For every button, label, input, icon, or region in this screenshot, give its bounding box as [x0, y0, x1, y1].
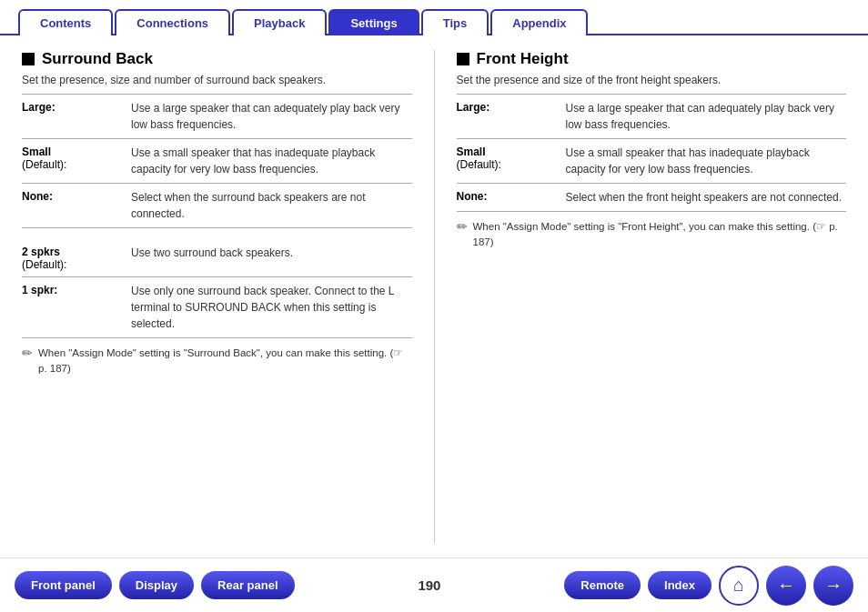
back-button[interactable]: ←: [766, 566, 806, 606]
footer-left: Front panel Display Rear panel: [15, 571, 295, 599]
footer-right: Remote Index ⌂ ← →: [564, 566, 853, 606]
row-label: None:: [457, 189, 557, 206]
front-height-title: Front Height: [457, 50, 847, 68]
rear-panel-button[interactable]: Rear panel: [201, 571, 294, 599]
row-desc: Use a large speaker that can adequately …: [566, 100, 847, 133]
front-height-note-text: When "Assign Mode" setting is "Front Hei…: [473, 219, 847, 251]
row-label: Large:: [457, 100, 557, 133]
surround-back-note-text: When "Assign Mode" setting is "Surround …: [38, 346, 412, 377]
table-row-spacer: [22, 228, 412, 239]
page-number: 190: [418, 577, 440, 593]
table-row: 1 spkr:Use only one surround back speake…: [22, 277, 412, 338]
front-height-note: ✏ When "Assign Mode" setting is "Front H…: [457, 219, 847, 251]
row-desc: Use a small speaker that has inadequate …: [566, 145, 847, 177]
pencil-icon-right: ✏: [457, 219, 468, 234]
front-panel-button[interactable]: Front panel: [15, 571, 112, 599]
row-desc: Use a large speaker that can adequately …: [131, 100, 412, 133]
surround-back-title: Surround Back: [22, 50, 412, 68]
left-column: Surround Back Set the presence, size and…: [22, 50, 412, 543]
row-desc: Select when the surround back speakers a…: [131, 189, 412, 222]
remote-button[interactable]: Remote: [564, 571, 641, 599]
row-label: Large:: [22, 100, 122, 133]
front-height-subtitle: Set the presence and size of the front h…: [457, 74, 847, 86]
row-label: None:: [22, 189, 122, 222]
table-row: Large:Use a large speaker that can adequ…: [457, 95, 847, 139]
row-desc: Use a small speaker that has inadequate …: [131, 145, 412, 177]
row-desc: Select when the front height speakers ar…: [566, 189, 847, 206]
footer: Front panel Display Rear panel 190 Remot…: [0, 557, 868, 612]
right-column: Front Height Set the presence and size o…: [457, 50, 847, 543]
surround-back-note: ✏ When "Assign Mode" setting is "Surroun…: [22, 346, 412, 377]
row-label: Small(Default):: [457, 145, 557, 177]
table-row: None:Select when the front height speake…: [457, 184, 847, 212]
row-label: Small(Default):: [22, 145, 122, 177]
nav-tab-playback[interactable]: Playback: [232, 9, 327, 35]
pencil-icon: ✏: [22, 346, 33, 360]
display-button[interactable]: Display: [119, 571, 194, 599]
table-row: Large:Use a large speaker that can adequ…: [22, 95, 412, 139]
row-desc: Use two surround back speakers.: [131, 245, 412, 271]
surround-back-subtitle: Set the presence, size and number of sur…: [22, 74, 412, 86]
front-height-table: Large:Use a large speaker that can adequ…: [457, 94, 847, 212]
column-divider: [434, 50, 435, 543]
row-label: 2 spkrs(Default):: [22, 245, 122, 271]
nav-tab-connections[interactable]: Connections: [115, 9, 230, 35]
table-row: Small(Default):Use a small speaker that …: [457, 139, 847, 184]
next-button[interactable]: →: [813, 566, 853, 606]
nav-tab-tips[interactable]: Tips: [421, 9, 490, 35]
content-area: Surround Back Set the presence, size and…: [0, 35, 868, 557]
nav-tabs: ContentsConnectionsPlaybackSettingsTipsA…: [0, 0, 868, 35]
row-desc: Use only one surround back speaker. Conn…: [131, 283, 412, 332]
index-button[interactable]: Index: [648, 571, 712, 599]
table-row: 2 spkrs(Default):Use two surround back s…: [22, 239, 412, 277]
nav-tab-contents[interactable]: Contents: [18, 9, 113, 35]
row-label: 1 spkr:: [22, 283, 122, 332]
table-row: None:Select when the surround back speak…: [22, 184, 412, 228]
nav-tab-settings[interactable]: Settings: [328, 9, 419, 35]
surround-back-table: Large:Use a large speaker that can adequ…: [22, 94, 412, 338]
table-row: Small(Default):Use a small speaker that …: [22, 139, 412, 184]
section-icon: [22, 53, 35, 65]
section-icon-right: [457, 53, 469, 65]
nav-tab-appendix[interactable]: Appendix: [490, 9, 588, 35]
home-button[interactable]: ⌂: [719, 566, 759, 606]
